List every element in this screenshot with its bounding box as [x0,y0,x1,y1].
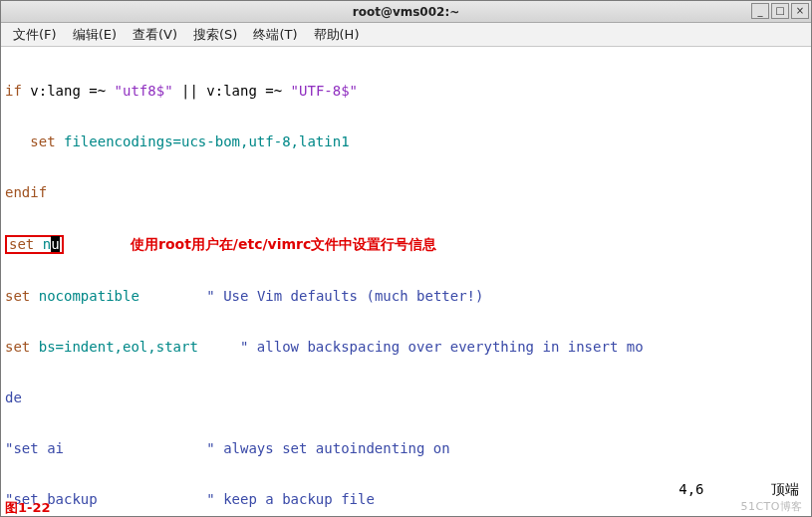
terminal-window: root@vms002:~ _ □ × 文件(F) 编辑(E) 查看(V) 搜索… [0,0,812,517]
text: || v:lang =~ [173,83,291,99]
cursor: u [51,236,59,252]
menu-file[interactable]: 文件(F) [5,23,65,46]
window-buttons: _ □ × [751,3,809,19]
string: "utf8$" [115,83,173,99]
option: fileencodings=ucs-bom,utf-8,latin1 [56,133,350,149]
menu-help[interactable]: 帮助(H) [306,23,368,46]
kw-set: set [5,288,30,304]
annotation-text: 使用root用户在/etc/vimrc文件中设置行号信息 [131,236,436,252]
menubar: 文件(F) 编辑(E) 查看(V) 搜索(S) 终端(T) 帮助(H) [1,23,811,47]
titlebar[interactable]: root@vms002:~ _ □ × [1,1,811,23]
minimize-button[interactable]: _ [751,3,769,19]
highlight-box: set nu [5,235,64,254]
figure-label: 图1-22 [5,499,51,516]
code-line: set nu 使用root用户在/etc/vimrc文件中设置行号信息 [5,235,807,254]
option: bs=indent,eol,start [30,339,240,355]
string: "UTF-8$" [291,83,358,99]
code-line: set nocompatible " Use Vim defaults (muc… [5,288,807,305]
close-button[interactable]: × [791,3,809,19]
code-line: endif [5,184,807,201]
menu-search[interactable]: 搜索(S) [185,23,245,46]
kw-set: set [5,339,30,355]
kw-set: set [5,133,56,149]
scroll-indicator: 顶端 [771,481,799,497]
cursor-position: 4,6 [678,481,703,497]
maximize-button[interactable]: □ [771,3,789,19]
kw-if: if [5,83,22,99]
kw-endif: endif [5,184,47,200]
menu-terminal[interactable]: 终端(T) [245,23,305,46]
option: nocompatible [30,288,206,304]
code-line: de [5,389,807,406]
comment: " allow backspacing over everything in i… [240,339,644,355]
code-line: set fileencodings=ucs-bom,utf-8,latin1 [5,133,807,150]
menu-edit[interactable]: 编辑(E) [65,23,125,46]
status-line: 4,6 顶端 [678,481,799,498]
comment: " Use Vim defaults (much better!) [206,288,483,304]
code-line: "set ai " always set autoindenting on [5,440,807,457]
option: nu [34,236,59,252]
window-title: root@vms002:~ [1,5,811,19]
code-line: set bs=indent,eol,start " allow backspac… [5,339,807,356]
kw-set: set [9,236,34,252]
text: v:lang =~ [22,83,115,99]
code-line: if v:lang =~ "utf8$" || v:lang =~ "UTF-8… [5,83,807,100]
watermark: 51CTO博客 [740,498,803,515]
comment: de [5,389,22,405]
menu-view[interactable]: 查看(V) [125,23,185,46]
terminal-area[interactable]: if v:lang =~ "utf8$" || v:lang =~ "UTF-8… [1,47,811,516]
